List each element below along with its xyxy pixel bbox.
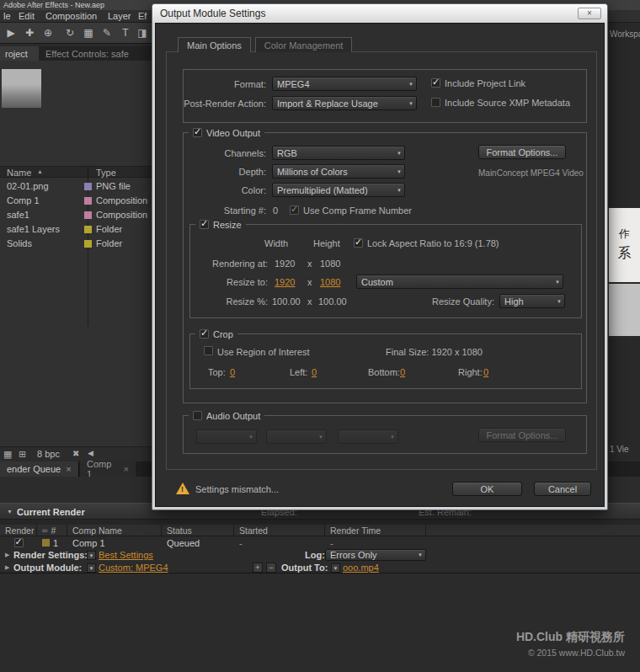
type-tool-icon[interactable]: T: [118, 24, 133, 41]
depth-label: Depth:: [184, 167, 266, 177]
chevron-down-icon: ▼: [318, 435, 323, 440]
use-roi-checkbox[interactable]: [204, 346, 213, 355]
hand-tool-icon[interactable]: ✚: [22, 24, 37, 41]
format-options-button[interactable]: Format Options...: [478, 145, 566, 159]
rotate-tool-icon[interactable]: ↻: [62, 24, 77, 41]
column-status[interactable]: Status: [162, 525, 234, 536]
panel-tab-strip: roject Effect Controls: safe: [0, 46, 152, 61]
crop-left-value[interactable]: 0: [312, 367, 317, 377]
output-module-menu-icon[interactable]: ▼: [87, 563, 96, 573]
shape-tool-icon[interactable]: ▦: [81, 24, 96, 41]
disclosure-icon[interactable]: ▶: [5, 552, 9, 558]
trash-icon[interactable]: ✖: [72, 449, 79, 458]
menu-effect[interactable]: Ef: [138, 11, 147, 21]
output-to-menu-icon[interactable]: ▼: [331, 563, 340, 573]
crop-left-label: Left:: [290, 367, 307, 377]
output-module-value[interactable]: Custom: MPEG4: [99, 563, 168, 573]
remove-output-module-icon[interactable]: −: [266, 563, 276, 573]
column-type[interactable]: Type: [96, 168, 116, 178]
close-icon[interactable]: ×: [124, 464, 129, 474]
render-settings-value[interactable]: Best Settings: [99, 550, 153, 560]
ok-button[interactable]: OK: [452, 482, 522, 496]
watermark-line-1: HD.Club 精研視務所: [516, 630, 625, 645]
add-output-module-icon[interactable]: +: [253, 563, 263, 573]
log-dropdown[interactable]: Errors Only ▼: [325, 549, 426, 561]
resize-quality-dropdown[interactable]: High ▼: [499, 294, 565, 308]
tab-comp-1[interactable]: Comp 1 ×: [80, 461, 136, 477]
resize-preset-dropdown[interactable]: Custom ▼: [356, 275, 563, 289]
label-color-swatch[interactable]: [84, 240, 92, 248]
menu-composition[interactable]: Composition: [45, 11, 97, 21]
label-color-swatch[interactable]: [84, 183, 92, 190]
rendering-width: 1920: [275, 259, 295, 269]
label-color-swatch[interactable]: [42, 539, 50, 547]
new-folder-icon[interactable]: ⊞: [19, 449, 26, 460]
selection-tool-icon[interactable]: ▶: [3, 24, 19, 41]
chevron-down-icon: ▼: [555, 280, 560, 285]
disclosure-icon[interactable]: ▶: [5, 564, 9, 571]
color-dropdown[interactable]: Premultiplied (Matted) ▼: [272, 183, 405, 197]
resize-height-value[interactable]: 1080: [320, 277, 340, 287]
render-settings-menu-icon[interactable]: ▼: [87, 551, 96, 560]
dialog-close-button[interactable]: ×: [578, 8, 601, 19]
dialog-title-bar[interactable]: Output Module Settings: [152, 4, 607, 23]
render-item-checkbox[interactable]: [14, 538, 24, 547]
project-item-row[interactable]: Comp 1 Composition: [0, 194, 152, 208]
menu-edit[interactable]: Edit: [19, 11, 35, 21]
crop-checkbox[interactable]: [200, 329, 209, 339]
label-color-swatch[interactable]: [84, 211, 92, 219]
project-item-row[interactable]: Solids Folder: [0, 237, 152, 251]
label-color-swatch[interactable]: [84, 226, 92, 233]
height-column-label: Height: [313, 238, 340, 248]
column-started[interactable]: Started: [234, 525, 325, 536]
pen-tool-icon[interactable]: ✎: [99, 24, 115, 41]
menu-file[interactable]: le: [3, 11, 11, 21]
tab-main-options[interactable]: Main Options: [178, 37, 251, 52]
view-count-dropdown[interactable]: 1 Vie: [610, 445, 629, 454]
label-color-swatch[interactable]: [84, 197, 92, 205]
project-panel-footer: ▦ ⊞ 8 bpc ✖ ◀: [0, 446, 152, 461]
menu-layer[interactable]: Layer: [108, 11, 131, 21]
video-output-checkbox[interactable]: [193, 128, 202, 137]
include-xmp-checkbox[interactable]: [431, 98, 440, 107]
project-item-row[interactable]: safe1 Composition: [0, 208, 152, 222]
render-queue-row[interactable]: 1 Comp 1 Queued - -: [0, 536, 640, 549]
workspace-menu[interactable]: Workspac: [610, 29, 640, 39]
cancel-button[interactable]: Cancel: [534, 482, 591, 496]
include-xmp-label: Include Source XMP Metadata: [445, 98, 570, 108]
tab-project[interactable]: roject: [0, 46, 39, 61]
close-icon[interactable]: ×: [66, 464, 71, 474]
column-number[interactable]: ∞ #: [37, 525, 67, 536]
tab-effect-controls[interactable]: Effect Controls: safe: [40, 46, 150, 61]
interpret-footage-icon[interactable]: ▦: [3, 449, 12, 460]
resize-width-value[interactable]: 1920: [275, 277, 295, 287]
mask-tool-icon[interactable]: ◨: [135, 24, 150, 41]
tab-render-queue[interactable]: ender Queue ×: [0, 461, 79, 477]
zoom-tool-icon[interactable]: ⊕: [40, 24, 56, 41]
tab-color-management[interactable]: Color Management: [255, 37, 353, 52]
render-settings-label: Render Settings:: [13, 550, 88, 560]
channels-dropdown[interactable]: RGB ▼: [272, 146, 405, 160]
output-to-value[interactable]: ooo.mp4: [343, 563, 379, 573]
column-name[interactable]: Name: [7, 168, 31, 178]
crop-right-value[interactable]: 0: [483, 367, 488, 377]
include-project-link-checkbox[interactable]: [431, 78, 440, 88]
panel-collapse-icon[interactable]: ◀: [88, 449, 93, 457]
crop-top-value[interactable]: 0: [230, 367, 235, 377]
column-render-time[interactable]: Render Time: [325, 525, 426, 536]
bit-depth-indicator[interactable]: 8 bpc: [37, 449, 60, 459]
collapse-icon[interactable]: ▼: [7, 504, 13, 520]
format-dropdown[interactable]: MPEG4 ▼: [272, 77, 417, 91]
depth-dropdown[interactable]: Millions of Colors ▼: [272, 164, 405, 179]
column-comp-name[interactable]: Comp Name: [67, 525, 162, 536]
project-item-row[interactable]: safe1 Layers Folder: [0, 222, 152, 237]
project-item-row[interactable]: 02-01.png PNG file: [0, 179, 152, 194]
include-project-link-label: Include Project Link: [445, 78, 525, 88]
project-panel: Name ▲ Type 02-01.png PNG file Comp 1 Co…: [0, 61, 152, 446]
column-render[interactable]: Render: [0, 525, 37, 536]
crop-bottom-value[interactable]: 0: [400, 367, 405, 377]
audio-output-checkbox[interactable]: [193, 411, 202, 420]
resize-checkbox[interactable]: [200, 220, 209, 229]
post-render-dropdown[interactable]: Import & Replace Usage ▼: [272, 96, 417, 110]
lock-aspect-checkbox[interactable]: [354, 238, 363, 248]
